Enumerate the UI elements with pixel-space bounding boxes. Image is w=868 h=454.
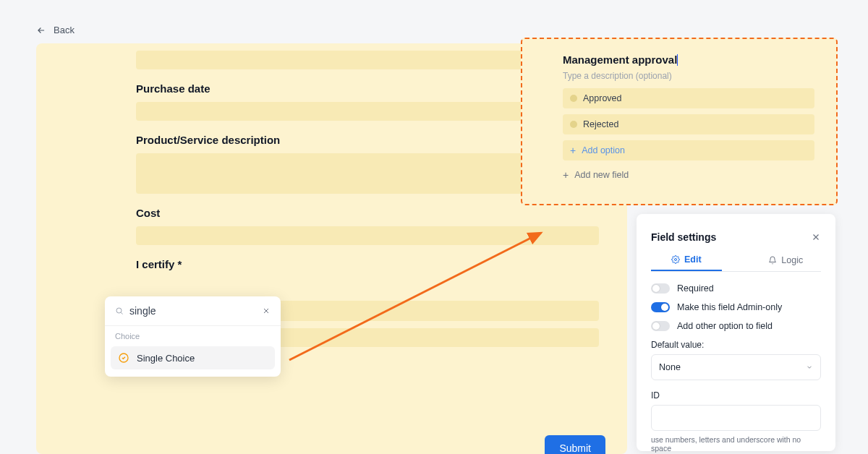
arrow-left-icon bbox=[36, 25, 46, 35]
search-result-single-choice[interactable]: Single Choice bbox=[111, 346, 275, 369]
option-rejected[interactable]: Rejected bbox=[563, 114, 814, 134]
toggle-add-other[interactable] bbox=[651, 321, 670, 331]
text-caret bbox=[677, 54, 678, 66]
field-type-search-input[interactable] bbox=[129, 305, 256, 317]
id-label: ID bbox=[651, 390, 821, 401]
plus-icon: + bbox=[570, 145, 576, 156]
toggle-required[interactable] bbox=[651, 283, 670, 294]
toggle-admin-only[interactable] bbox=[651, 302, 670, 312]
default-value-selected: None bbox=[659, 362, 681, 372]
search-icon bbox=[115, 306, 124, 316]
add-new-field-button[interactable]: + Add new field bbox=[563, 169, 814, 181]
search-result-label: Single Choice bbox=[137, 353, 195, 364]
back-link[interactable]: Back bbox=[36, 25, 75, 35]
single-choice-icon bbox=[118, 352, 129, 364]
new-field-description-placeholder[interactable]: Type a description (optional) bbox=[563, 71, 814, 81]
field-type-search-popover: Choice Single Choice bbox=[105, 296, 281, 377]
option-approved[interactable]: Approved bbox=[563, 88, 814, 108]
option-label: Rejected bbox=[583, 119, 618, 129]
add-option-label: Add option bbox=[582, 145, 625, 155]
radio-icon bbox=[570, 121, 577, 128]
id-help-text: use numbers, letters and underscore with… bbox=[651, 435, 821, 453]
new-field-title[interactable]: Management approval bbox=[563, 53, 677, 66]
plus-icon: + bbox=[563, 169, 569, 181]
field-settings-title: Field settings bbox=[651, 231, 716, 243]
add-option-button[interactable]: + Add option bbox=[563, 140, 814, 160]
option-label: Approved bbox=[583, 93, 622, 103]
tab-edit[interactable]: Edit bbox=[651, 254, 722, 271]
field-input-cost[interactable] bbox=[136, 226, 599, 245]
default-value-select[interactable]: None bbox=[651, 354, 821, 380]
default-value-label: Default value: bbox=[651, 340, 821, 350]
field-label-certify: I certify * bbox=[136, 258, 599, 270]
new-field-callout: Management approval Type a description (… bbox=[521, 38, 838, 205]
search-group-label: Choice bbox=[105, 326, 281, 343]
toggle-required-label: Required bbox=[677, 283, 714, 294]
close-icon[interactable] bbox=[811, 232, 821, 242]
tab-logic[interactable]: Logic bbox=[751, 254, 822, 271]
tab-logic-label: Logic bbox=[781, 255, 803, 265]
submit-button[interactable]: Submit bbox=[545, 435, 605, 454]
svg-point-3 bbox=[674, 259, 676, 261]
toggle-add-other-label: Add other option to field bbox=[677, 321, 773, 331]
toggle-admin-only-label: Make this field Admin-only bbox=[677, 302, 782, 312]
back-label: Back bbox=[54, 25, 75, 35]
svg-point-0 bbox=[116, 308, 122, 313]
tab-edit-label: Edit bbox=[684, 254, 702, 265]
chevron-down-icon bbox=[806, 364, 813, 371]
id-input[interactable] bbox=[651, 405, 821, 431]
bell-icon bbox=[768, 256, 777, 265]
field-settings-panel: Field settings Edit Logic Required Make … bbox=[637, 214, 835, 451]
field-label-cost: Cost bbox=[136, 207, 599, 219]
gear-icon bbox=[671, 255, 680, 264]
add-new-field-label: Add new field bbox=[574, 170, 629, 180]
clear-search-icon[interactable] bbox=[262, 306, 271, 316]
settings-tabs: Edit Logic bbox=[651, 254, 821, 272]
radio-icon bbox=[570, 95, 577, 102]
